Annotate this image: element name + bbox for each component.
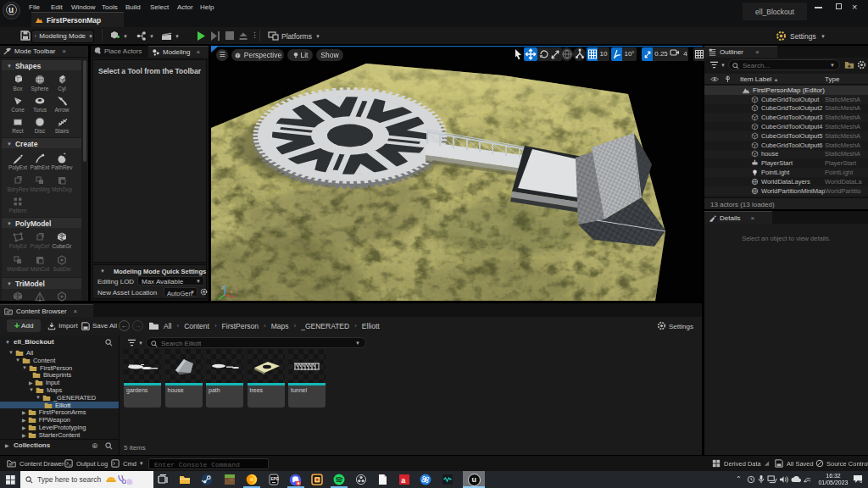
svg-text:EPG: EPG <box>270 477 279 481</box>
svg-text:6: 6 <box>860 479 862 484</box>
